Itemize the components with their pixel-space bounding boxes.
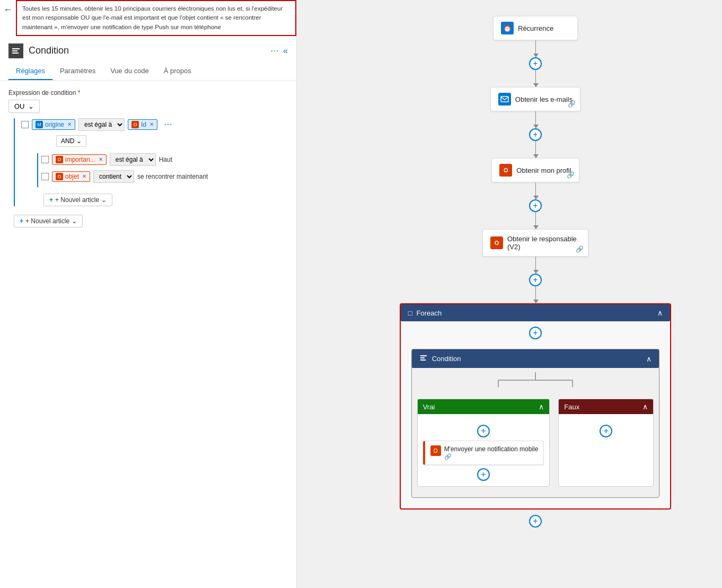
tag-important: O importan... ✕: [52, 154, 107, 165]
svg-rect-2: [12, 52, 19, 54]
ms-icon-3: O: [56, 156, 63, 163]
node-emails[interactable]: Obtenir les e-mails 🔗: [490, 87, 580, 111]
row1-more[interactable]: ⋯: [164, 119, 172, 129]
svg-rect-0: [12, 48, 20, 49]
panel-header: Condition ⋯ «: [0, 36, 296, 60]
collapse-btn[interactable]: «: [283, 46, 288, 56]
branch-faux-header[interactable]: Faux ∧: [559, 399, 653, 414]
branch-faux: Faux ∧ +: [558, 399, 654, 487]
tab-vue-code[interactable]: Vue du code: [103, 63, 156, 80]
condition-row-3: O objet ✕ contient se rencontrer mainten…: [41, 170, 288, 183]
vertical-line-and: [37, 153, 38, 187]
add-circle-2[interactable]: +: [529, 128, 542, 141]
foreach-wrapper: □ Foreach ∧ +: [297, 303, 722, 528]
tag-id: O Id ✕: [128, 119, 157, 130]
svg-rect-3: [501, 96, 508, 102]
node-profil[interactable]: O Obtenir mon profil 🔗: [491, 158, 579, 182]
connector-3: [535, 182, 536, 199]
emails-link-icon[interactable]: 🔗: [568, 100, 576, 108]
profil-link-icon[interactable]: 🔗: [567, 171, 575, 179]
notif-icon: O: [430, 445, 441, 456]
foreach-add-1: +: [411, 327, 660, 339]
condition-label: Expression de condition *: [8, 89, 288, 96]
back-arrow[interactable]: ←: [0, 0, 16, 15]
checkbox-3[interactable]: [41, 173, 49, 180]
node-recurrence-wrapper: ⏰ Récurrence +: [297, 16, 722, 87]
top-bar: ← Toutes les 15 minutes, obtenir les 10 …: [0, 0, 296, 36]
responsable-icon: O: [490, 236, 503, 249]
more-options-btn[interactable]: ⋯: [270, 46, 279, 56]
tag-origine-close[interactable]: ✕: [67, 121, 72, 127]
and-group: O importan... ✕ est égal à Haut: [37, 153, 288, 187]
ms-icon-1: M: [36, 121, 43, 128]
tab-apropos[interactable]: À propos: [156, 63, 199, 80]
node-responsable-wrapper: O Obtenir le responsable (V2) 🔗 +: [297, 229, 722, 303]
svg-rect-1: [12, 50, 17, 51]
and-badge[interactable]: AND ⌄: [56, 135, 86, 147]
emails-icon: [498, 93, 511, 106]
operator-select-1[interactable]: est égal à: [78, 118, 125, 131]
and-section: AND ⌄ O: [37, 135, 288, 206]
description-text: Toutes les 15 minutes, obtenir les 10 pr…: [16, 0, 296, 36]
node-emails-wrapper: Obtenir les e-mails 🔗 +: [297, 87, 722, 158]
branch-faux-body: +: [564, 414, 648, 437]
operator-select-3[interactable]: contient: [93, 170, 134, 183]
responsable-link-icon[interactable]: 🔗: [576, 245, 584, 253]
left-panel: ← Toutes les 15 minutes, obtenir les 10 …: [0, 0, 297, 588]
tag-id-close[interactable]: ✕: [149, 121, 154, 127]
condition-header-left: Condition: [419, 354, 461, 364]
foreach-container: □ Foreach ∧ +: [400, 303, 672, 510]
ms-icon-2: O: [131, 121, 139, 128]
faux-collapse[interactable]: ∧: [642, 402, 648, 411]
panel-title: Condition: [29, 45, 265, 56]
checkbox-2[interactable]: [41, 156, 49, 163]
node-profil-wrapper: O Obtenir mon profil 🔗 +: [297, 158, 722, 229]
condition-collapse-btn[interactable]: ∧: [646, 355, 651, 363]
add-circle-vrai-bottom[interactable]: +: [477, 468, 490, 481]
tag-objet: O objet ✕: [52, 171, 90, 182]
operator-select-2[interactable]: est égal à: [110, 153, 156, 166]
condition-header[interactable]: Condition ∧: [412, 349, 659, 368]
add-circle-foreach-top[interactable]: +: [529, 327, 542, 339]
connector-4: [535, 257, 536, 274]
after-foreach-add: +: [529, 515, 542, 528]
ou-dropdown[interactable]: OU ⌄: [8, 100, 40, 113]
and-rows: O importan... ✕ est égal à Haut: [41, 153, 288, 187]
condition-container: Condition ∧: [411, 349, 660, 498]
notif-link-icon[interactable]: 🔗: [444, 453, 452, 460]
node-responsable[interactable]: O Obtenir le responsable (V2) 🔗: [482, 229, 588, 257]
condition-icon: [8, 43, 23, 58]
branch-vrai: Vrai ∧ + O: [417, 399, 550, 487]
notif-node[interactable]: O M'envoyer une notification mobile 🔗: [423, 441, 544, 465]
add-circle-after-foreach[interactable]: +: [529, 515, 542, 528]
add-circle-4[interactable]: +: [529, 274, 542, 286]
right-panel: ⏰ Récurrence + Obtenir les e-mails 🔗 +: [297, 0, 722, 588]
branch-svg: [456, 372, 615, 388]
add-inner-wrapper: + + Nouvel article ⌄: [43, 191, 288, 206]
add-outer-btn[interactable]: + + Nouvel article ⌄: [14, 215, 83, 227]
add-circle-vrai[interactable]: +: [477, 425, 490, 437]
vrai-collapse[interactable]: ∧: [539, 402, 544, 411]
tab-parametres[interactable]: Paramètres: [52, 63, 103, 80]
condition-row-2: O importan... ✕ est égal à Haut: [41, 153, 288, 166]
connector-2b: [535, 141, 536, 158]
connector-3b: [535, 212, 536, 229]
add-circle-1[interactable]: +: [529, 57, 542, 70]
tag-important-close[interactable]: ✕: [99, 156, 103, 162]
branch-vrai-body: + O M'envoyer une notification mobile 🔗: [423, 414, 544, 481]
tag-objet-close[interactable]: ✕: [82, 173, 86, 179]
flow-canvas: ⏰ Récurrence + Obtenir les e-mails 🔗 +: [297, 0, 722, 557]
svg-rect-5: [420, 357, 425, 358]
foreach-collapse-btn[interactable]: ∧: [657, 309, 663, 317]
foreach-header[interactable]: □ Foreach ∧: [401, 304, 671, 321]
condition-block-wrapper: Condition ∧: [411, 344, 660, 498]
add-circle-faux[interactable]: +: [600, 425, 612, 437]
panel-body: Expression de condition * OU ⌄ M origine: [0, 81, 296, 588]
checkbox-1[interactable]: [21, 121, 29, 128]
branch-vrai-header[interactable]: Vrai ∧: [418, 399, 550, 414]
tab-reglages[interactable]: Réglages: [8, 63, 52, 80]
add-circle-3[interactable]: +: [529, 199, 542, 212]
connector-1b: [535, 70, 536, 87]
node-recurrence[interactable]: ⏰ Récurrence: [493, 16, 578, 40]
add-inner-btn[interactable]: + + Nouvel article ⌄: [43, 194, 112, 206]
